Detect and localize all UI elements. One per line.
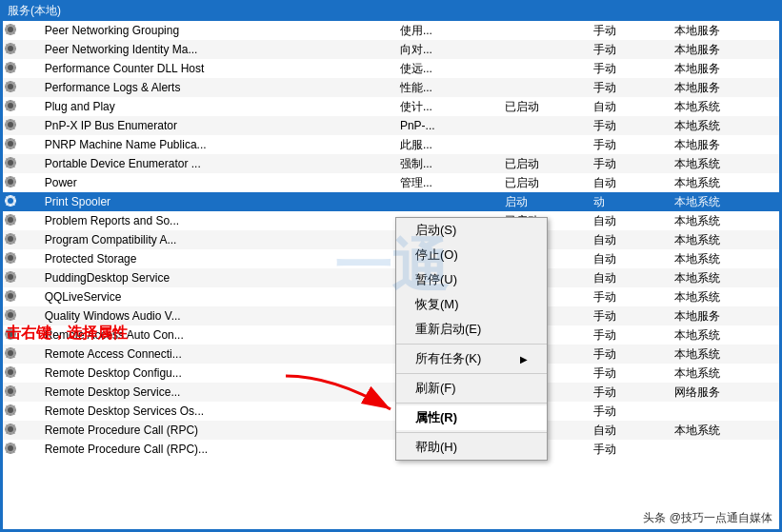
menu-item-label: 属性(R)	[415, 409, 457, 426]
menu-item-label: 所有任务(K)	[415, 350, 481, 367]
menu-divider	[396, 344, 547, 345]
menu-divider	[396, 373, 547, 374]
window-frame	[0, 0, 782, 532]
context-menu-item[interactable]: 启动(S)	[396, 218, 547, 243]
context-menu-item[interactable]: 所有任务(K)▶	[396, 346, 547, 371]
context-menu-item[interactable]: 属性(R)	[396, 405, 547, 430]
menu-divider	[396, 432, 547, 433]
context-menu-item[interactable]: 重新启动(E)	[396, 317, 547, 342]
red-arrow	[276, 366, 400, 424]
attribution: 头条 @技巧一点通自媒体	[643, 510, 772, 526]
menu-item-label: 停止(O)	[415, 246, 458, 264]
context-menu-item[interactable]: 帮助(H)	[396, 435, 547, 460]
context-menu-item[interactable]: 停止(O)	[396, 243, 547, 267]
menu-item-label: 恢复(M)	[415, 296, 459, 313]
menu-divider	[396, 403, 547, 404]
menu-item-label: 重新启动(E)	[415, 321, 481, 338]
menu-item-label: 帮助(H)	[415, 439, 457, 456]
context-menu-item[interactable]: 刷新(F)	[396, 376, 547, 401]
submenu-arrow-icon: ▶	[520, 354, 528, 365]
context-menu-item[interactable]: 暂停(U)	[396, 267, 547, 292]
menu-item-label: 刷新(F)	[415, 380, 456, 397]
menu-item-label: 启动(S)	[415, 222, 456, 239]
menu-item-label: 暂停(U)	[415, 271, 457, 288]
context-menu: 启动(S)停止(O)暂停(U)恢复(M)重新启动(E)所有任务(K)▶刷新(F)…	[395, 217, 548, 461]
annotation-text: 击右键，选择属性	[6, 324, 128, 344]
context-menu-item[interactable]: 恢复(M)	[396, 292, 547, 317]
